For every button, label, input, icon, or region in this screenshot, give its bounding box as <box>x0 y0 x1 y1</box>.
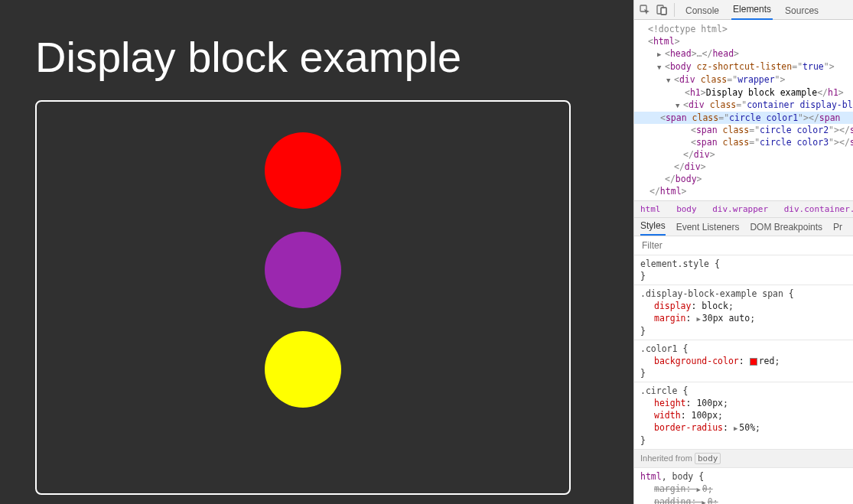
dom-html-close[interactable]: </html> <box>639 185 853 197</box>
rendered-page: Display block example <box>0 0 633 504</box>
css-rules-panel: element.style { } .display-block-example… <box>634 255 853 504</box>
page-title: Display block example <box>35 32 598 82</box>
devtools-main-tabs: Console Elements Sources <box>684 0 820 20</box>
dom-tree[interactable]: <!doctype html> <html> ▶<head>…</head> ▼… <box>634 20 853 200</box>
svg-rect-2 <box>661 8 666 15</box>
inherited-from-header: Inherited from body <box>634 450 853 468</box>
crumb-wrapper[interactable]: div.wrapper <box>712 204 768 214</box>
rule-color1[interactable]: .color1 { background-color: red; } <box>634 340 853 382</box>
dom-body-open[interactable]: ▼<body cz-shortcut-listen="true"> <box>639 60 853 73</box>
rule-html-body[interactable]: html, body { margin: ▶0; padding: ▶0; he… <box>634 468 853 504</box>
dom-body-close[interactable]: </body> <box>639 173 853 185</box>
example-container <box>35 100 571 495</box>
dom-breadcrumb: html body div.wrapper div.container.disp… <box>634 200 853 218</box>
subtab-dom-breakpoints[interactable]: DOM Breakpoints <box>750 222 822 236</box>
inspect-icon[interactable] <box>639 4 651 16</box>
rule-display-block-span[interactable]: .display-block-example span { display: b… <box>634 285 853 340</box>
styles-filter-row <box>634 236 853 255</box>
dom-wrapper-close[interactable]: </div> <box>639 161 853 173</box>
dom-span2[interactable]: <span class="circle color2"></span <box>639 124 853 136</box>
expand-icon[interactable]: ▶ <box>702 496 705 504</box>
crumb-html[interactable]: html <box>640 204 661 214</box>
dom-doctype[interactable]: <!doctype html> <box>639 23 853 35</box>
devtools-toolbar: Console Elements Sources <box>634 0 853 20</box>
inherited-from-body[interactable]: body <box>695 453 721 464</box>
rule-element-style[interactable]: element.style { } <box>634 255 853 285</box>
color-swatch-red[interactable] <box>750 358 757 366</box>
dom-container-open[interactable]: ▼<div class="container display-block- <box>639 99 853 112</box>
tab-sources[interactable]: Sources <box>783 5 820 20</box>
expand-icon[interactable]: ▶ <box>734 422 737 434</box>
rule-circle[interactable]: .circle { height: 100px; width: 100px; b… <box>634 382 853 450</box>
crumb-container[interactable]: div.container.display-bl <box>784 204 853 214</box>
dom-container-close[interactable]: </div> <box>639 148 853 161</box>
app-root: Display block example <box>0 0 853 504</box>
dom-html-open[interactable]: <html> <box>639 35 853 47</box>
crumb-body[interactable]: body <box>676 204 697 214</box>
subtab-properties[interactable]: Pr <box>833 222 842 236</box>
circle-purple <box>265 232 341 308</box>
dom-head[interactable]: ▶<head>…</head> <box>639 47 853 60</box>
devtools-panel: Console Elements Sources <!doctype html>… <box>633 0 853 504</box>
subtab-styles[interactable]: Styles <box>640 220 666 236</box>
subtab-event-listeners[interactable]: Event Listeners <box>676 222 740 236</box>
expand-icon[interactable]: ▶ <box>696 313 700 325</box>
tab-elements[interactable]: Elements <box>731 4 773 20</box>
toolbar-separator <box>674 3 675 17</box>
circle-red <box>265 132 341 209</box>
expand-icon[interactable]: ▶ <box>696 483 700 496</box>
styles-subtabs: Styles Event Listeners DOM Breakpoints P… <box>634 218 853 236</box>
styles-filter-input[interactable] <box>640 239 847 252</box>
device-toggle-icon[interactable] <box>656 4 668 16</box>
dom-span1[interactable]: ⋯ <span class="circle color1"></span <box>634 112 853 124</box>
circle-yellow <box>265 331 341 408</box>
tab-console[interactable]: Console <box>684 5 721 20</box>
dom-span3[interactable]: <span class="circle color3"></span <box>639 136 853 148</box>
dom-h1[interactable]: <h1>Display block example</h1> <box>639 86 853 99</box>
dom-wrapper-open[interactable]: ▼<div class="wrapper"> <box>639 73 853 86</box>
